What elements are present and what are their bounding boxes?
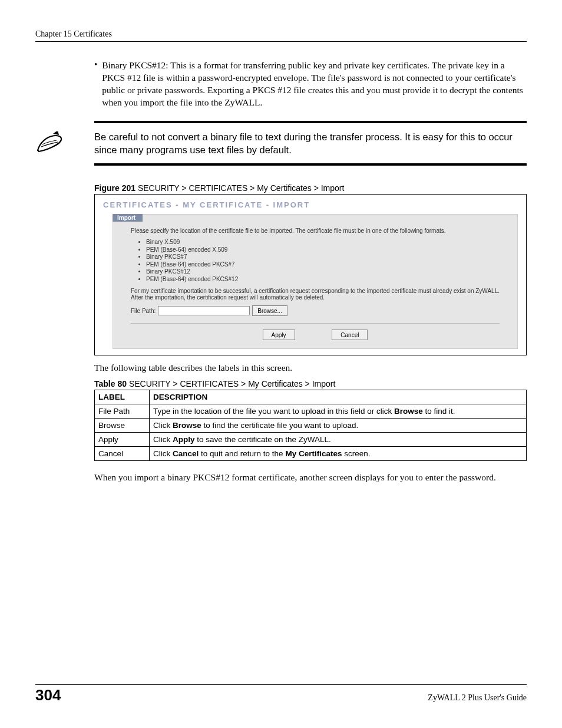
table-row: CancelClick Cancel to quit and return to… [95, 447, 527, 461]
table-number: Table 80 [94, 379, 127, 388]
footer-rule [35, 684, 527, 685]
cell-label: Cancel [95, 447, 150, 461]
th-desc: DESCRIPTION [150, 390, 527, 404]
format-item: PEM (Base-64) encoded X.509 [146, 246, 500, 254]
header-rule [35, 41, 527, 42]
table-row: ApplyClick Apply to save the certificate… [95, 433, 527, 447]
note-icon [35, 131, 94, 155]
table-row: BrowseClick Browse to find the certifica… [95, 419, 527, 433]
cell-label: Browse [95, 419, 150, 433]
format-item: PEM (Base-64) encoded PKCS#12 [146, 276, 500, 284]
cell-desc: Click Cancel to quit and return to the M… [150, 447, 527, 461]
import-formats-list: Binary X.509PEM (Base-64) encoded X.509B… [131, 239, 500, 283]
labels-table: LABEL DESCRIPTION File PathType in the l… [94, 390, 527, 461]
import-panel: Import Please specify the location of th… [113, 214, 518, 349]
note-block: Be careful to not convert a binary file … [35, 121, 527, 166]
format-item: Binary PKCS#12 [146, 268, 500, 276]
file-path-label: File Path: [131, 308, 156, 314]
button-row: Apply Cancel [131, 330, 500, 340]
table-row: File PathType in the location of the fil… [95, 404, 527, 419]
cancel-button[interactable]: Cancel [332, 330, 368, 340]
format-item: Binary PKCS#7 [146, 253, 500, 261]
cell-desc: Click Browse to find the certificate fil… [150, 419, 527, 433]
cell-desc: Click Apply to save the certificate on t… [150, 433, 527, 447]
figure-caption: Figure 201 SECURITY > CERTIFICATES > My … [94, 183, 527, 193]
body-content: • Binary PKCS#12: This is a format for t… [94, 60, 527, 109]
page: Chapter 15 Certificates • Binary PKCS#12… [0, 0, 562, 728]
panel-divider [131, 323, 500, 324]
figure-title: CERTIFICATES - MY CERTIFICATE - IMPORT [95, 195, 526, 214]
table-caption: Table 80 SECURITY > CERTIFICATES > My Ce… [94, 379, 527, 388]
note-text: Be careful to not convert a binary file … [94, 130, 527, 157]
file-row: File Path: Browse... [131, 305, 500, 316]
bullet-item: • Binary PKCS#12: This is a format for t… [94, 60, 527, 109]
cell-label: Apply [95, 433, 150, 447]
guide-name: ZyWALL 2 Plus User's Guide [428, 693, 527, 703]
th-label: LABEL [95, 390, 150, 404]
bullet-text: Binary PKCS#12: This is a format for tra… [102, 60, 527, 109]
note-rule-top [94, 121, 527, 123]
format-item: PEM (Base-64) encoded PKCS#7 [146, 261, 500, 269]
cell-label: File Path [95, 404, 150, 419]
import-note: For my certificate importation to be suc… [131, 288, 500, 301]
after-figure-text: The following table describes the labels… [94, 363, 527, 373]
table-header-row: LABEL DESCRIPTION [95, 390, 527, 404]
table-caption-text: SECURITY > CERTIFICATES > My Certificate… [127, 379, 335, 388]
page-number: 304 [35, 686, 61, 704]
note-rule-bottom [94, 163, 527, 166]
bullet-dot: • [94, 60, 97, 109]
import-tab: Import [113, 214, 143, 222]
figure-number: Figure 201 [94, 183, 135, 193]
file-path-input[interactable] [158, 306, 250, 315]
chapter-header: Chapter 15 Certificates [35, 29, 527, 39]
import-intro: Please specify the location of the certi… [131, 228, 500, 234]
footer-row: 304 ZyWALL 2 Plus User's Guide [35, 686, 527, 704]
cell-desc: Type in the location of the file you wan… [150, 404, 527, 419]
footer: 304 ZyWALL 2 Plus User's Guide [35, 684, 527, 704]
import-body: Please specify the location of the certi… [113, 222, 517, 348]
note-row: Be careful to not convert a binary file … [35, 130, 527, 157]
browse-button[interactable]: Browse... [252, 305, 287, 316]
apply-button[interactable]: Apply [263, 330, 295, 340]
figure-screenshot: CERTIFICATES - MY CERTIFICATE - IMPORT I… [94, 194, 527, 355]
format-item: Binary X.509 [146, 239, 500, 246]
closing-text: When you import a binary PKCS#12 format … [94, 472, 527, 484]
figure-caption-text: SECURITY > CERTIFICATES > My Certificate… [135, 183, 344, 193]
